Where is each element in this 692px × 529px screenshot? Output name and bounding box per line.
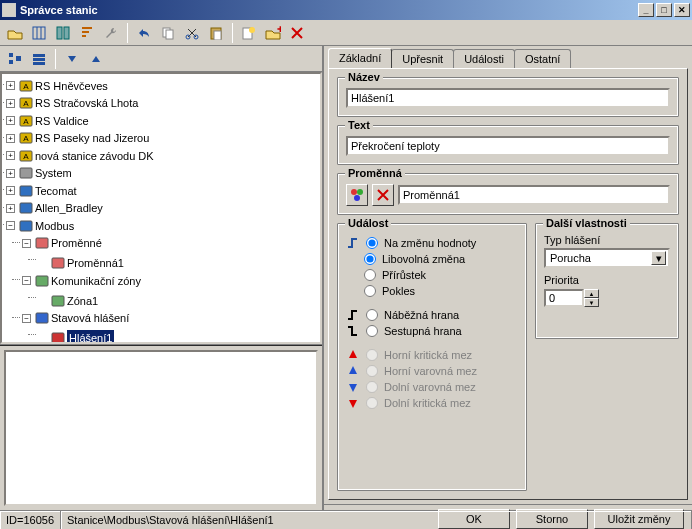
tree-node[interactable]: +System bbox=[6, 165, 72, 181]
collapse-icon[interactable]: − bbox=[22, 314, 31, 323]
expand-icon[interactable]: + bbox=[6, 134, 15, 143]
node-label[interactable]: RS Hněvčeves bbox=[35, 78, 108, 94]
expand-icon[interactable]: + bbox=[6, 81, 15, 90]
tree-node[interactable]: +Tecomat bbox=[6, 183, 77, 199]
expand-icon[interactable]: + bbox=[6, 186, 15, 195]
new-badge-icon[interactable] bbox=[238, 22, 260, 44]
tree-node[interactable]: −Modbus bbox=[6, 218, 74, 234]
radio-prirustek[interactable] bbox=[364, 269, 376, 281]
svg-text:A: A bbox=[23, 99, 29, 108]
cut-icon[interactable] bbox=[181, 22, 203, 44]
sort-icon[interactable] bbox=[76, 22, 98, 44]
tab-udalosti[interactable]: Události bbox=[453, 49, 515, 69]
promenna-input[interactable] bbox=[398, 185, 670, 205]
node-label[interactable]: RS Stračovská Lhota bbox=[35, 95, 138, 111]
collapse-icon[interactable]: − bbox=[22, 239, 31, 248]
undo-icon[interactable] bbox=[133, 22, 155, 44]
tree-node[interactable]: +ARS Stračovská Lhota bbox=[6, 95, 138, 111]
spin-down-icon[interactable]: ▼ bbox=[584, 298, 599, 307]
node-label[interactable]: Stavová hlášení bbox=[51, 310, 129, 326]
collapse-icon[interactable]: − bbox=[6, 221, 15, 230]
radio-nabezna[interactable] bbox=[366, 309, 378, 321]
expand-icon[interactable]: + bbox=[6, 151, 15, 160]
node-label[interactable]: Zóna1 bbox=[67, 293, 98, 309]
node-label[interactable]: System bbox=[35, 165, 72, 181]
wrench-icon[interactable] bbox=[100, 22, 122, 44]
tree-node[interactable]: Zóna1 bbox=[38, 293, 98, 309]
node-label[interactable]: nová stanice závodu DK bbox=[35, 148, 154, 164]
expand-icon[interactable]: + bbox=[6, 204, 15, 213]
svg-point-43 bbox=[354, 195, 360, 201]
columns-icon[interactable] bbox=[52, 22, 74, 44]
node-icon bbox=[51, 331, 65, 344]
node-label[interactable]: Tecomat bbox=[35, 183, 77, 199]
collapse-icon[interactable]: − bbox=[22, 276, 31, 285]
copy-icon[interactable] bbox=[157, 22, 179, 44]
clear-variable-icon[interactable] bbox=[372, 184, 394, 206]
paste-icon[interactable] bbox=[205, 22, 227, 44]
pick-variable-icon[interactable] bbox=[346, 184, 368, 206]
tree-node[interactable]: +Allen_Bradley bbox=[6, 200, 103, 216]
tree-toolbar bbox=[0, 46, 322, 72]
close-button[interactable]: ✕ bbox=[674, 3, 690, 17]
tree-node[interactable]: +ARS Valdice bbox=[6, 113, 89, 129]
radio-libovolna[interactable] bbox=[364, 253, 376, 265]
typ-select[interactable]: Porucha ▾ bbox=[544, 248, 670, 268]
label-sestupna: Sestupná hrana bbox=[384, 325, 462, 337]
svg-point-12 bbox=[249, 27, 255, 33]
spin-up-icon[interactable]: ▲ bbox=[584, 289, 599, 298]
node-label[interactable]: Hlášení1 bbox=[67, 330, 114, 344]
priorita-input[interactable] bbox=[544, 289, 584, 307]
node-icon bbox=[19, 184, 33, 198]
svg-rect-6 bbox=[166, 30, 173, 39]
node-label[interactable]: Allen_Bradley bbox=[35, 200, 103, 216]
text-input[interactable] bbox=[346, 136, 670, 156]
minimize-button[interactable]: _ bbox=[638, 3, 654, 17]
nazev-input[interactable] bbox=[346, 88, 670, 108]
tree-node[interactable]: +Anová stanice závodu DK bbox=[6, 148, 154, 164]
node-label[interactable]: Modbus bbox=[35, 218, 74, 234]
tree-node[interactable]: Proměnná1 bbox=[38, 255, 124, 271]
maximize-button[interactable]: □ bbox=[656, 3, 672, 17]
node-label[interactable]: Komunikační zóny bbox=[51, 273, 141, 289]
tab-zakladni[interactable]: Základní bbox=[328, 48, 392, 68]
down-icon[interactable] bbox=[61, 48, 83, 70]
node-label[interactable]: Proměnná1 bbox=[67, 255, 124, 271]
node-label[interactable]: RS Paseky nad Jizerou bbox=[35, 130, 149, 146]
expand-icon[interactable]: + bbox=[6, 116, 15, 125]
node-icon bbox=[35, 236, 49, 250]
radio-sestupna[interactable] bbox=[366, 325, 378, 337]
window-title: Správce stanic bbox=[20, 4, 98, 16]
rows-icon[interactable] bbox=[28, 48, 50, 70]
tree-node[interactable]: +ARS Paseky nad Jizerou bbox=[6, 130, 149, 146]
open-icon[interactable] bbox=[4, 22, 26, 44]
svg-point-41 bbox=[351, 189, 357, 195]
delete-icon[interactable] bbox=[286, 22, 308, 44]
tree-node[interactable]: −Proměnné bbox=[22, 235, 102, 251]
grid-icon[interactable] bbox=[28, 22, 50, 44]
svg-rect-39 bbox=[52, 333, 64, 343]
node-label[interactable]: RS Valdice bbox=[35, 113, 89, 129]
tree-view[interactable]: +ARS Hněvčeves+ARS Stračovská Lhota+ARS … bbox=[0, 72, 322, 344]
falling-edge-icon bbox=[346, 325, 360, 337]
tab-ostatni[interactable]: Ostatní bbox=[514, 49, 571, 69]
status-path: Stanice\Modbus\Stavová hlášení\Hlášení1 bbox=[61, 511, 692, 529]
radio-na-zmenu[interactable] bbox=[366, 237, 378, 249]
node-label[interactable]: Proměnné bbox=[51, 235, 102, 251]
expand-icon[interactable]: + bbox=[6, 169, 15, 178]
tree-node[interactable]: +ARS Hněvčeves bbox=[6, 78, 108, 94]
radio-pokles[interactable] bbox=[364, 285, 376, 297]
expand-icon[interactable]: + bbox=[6, 99, 15, 108]
label-dolni-var: Dolní varovná mez bbox=[384, 381, 476, 393]
svg-text:A: A bbox=[23, 152, 29, 161]
tree-icon[interactable] bbox=[4, 48, 26, 70]
tree-node[interactable]: −Komunikační zóny bbox=[22, 273, 141, 289]
up-icon[interactable] bbox=[85, 48, 107, 70]
tree-node[interactable]: Hlášení1 bbox=[38, 330, 114, 344]
tab-upresnit[interactable]: Upřesnit bbox=[391, 49, 454, 69]
label-dolni-kr: Dolní kritická mez bbox=[384, 397, 471, 409]
chevron-down-icon[interactable]: ▾ bbox=[651, 251, 666, 265]
tree-node[interactable]: −Stavová hlášení bbox=[22, 310, 129, 326]
status-id: ID=16056 bbox=[0, 511, 61, 529]
folder-plus-icon[interactable]: ✚ bbox=[262, 22, 284, 44]
